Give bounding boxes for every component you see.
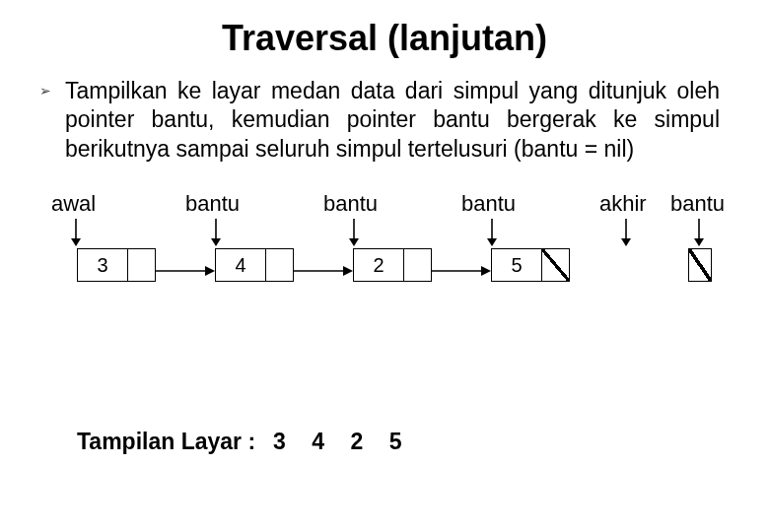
svg-marker-15 [343, 266, 353, 276]
nil-box [688, 248, 712, 282]
node-2: 4 [215, 248, 294, 282]
node-value: 3 [77, 248, 128, 282]
svg-marker-1 [71, 238, 81, 246]
output-value: 2 [350, 429, 365, 454]
arrow-right-icon [156, 264, 215, 278]
node-value: 5 [491, 248, 542, 282]
output-value: 5 [389, 429, 404, 454]
svg-marker-9 [621, 238, 631, 246]
node-next-nil [542, 248, 570, 282]
arrow-down-icon [347, 219, 361, 246]
svg-marker-5 [349, 238, 359, 246]
node-3: 2 [353, 248, 432, 282]
pointer-label-awal: awal [51, 191, 96, 217]
output-label: Tampilan Layar : [77, 429, 255, 455]
svg-marker-11 [694, 238, 704, 246]
output-value: 4 [312, 429, 326, 454]
node-value: 4 [215, 248, 266, 282]
arrow-down-icon [485, 219, 499, 246]
arrow-down-icon [209, 219, 223, 246]
pointer-label-bantu-3: bantu [461, 191, 516, 217]
output-value: 3 [273, 429, 288, 454]
bullet-item: ➢ Tampilkan ke layar medan data dari sim… [0, 59, 769, 164]
node-next-pointer [128, 248, 156, 282]
arrow-down-icon [692, 219, 706, 246]
slide-title: Traversal (lanjutan) [0, 0, 769, 59]
bullet-text: Tampilkan ke layar medan data dari simpu… [65, 77, 720, 164]
chevron-right-icon: ➢ [39, 83, 51, 99]
svg-marker-13 [205, 266, 215, 276]
svg-marker-3 [211, 238, 221, 246]
arrow-right-icon [294, 264, 353, 278]
node-4: 5 [491, 248, 570, 282]
output-row: Tampilan Layar : 3 4 2 5 [77, 429, 419, 455]
arrow-down-icon [619, 219, 633, 246]
pointer-label-akhir: akhir [599, 191, 647, 217]
pointer-label-bantu-1: bantu [185, 191, 240, 217]
node-value: 2 [353, 248, 404, 282]
node-next-pointer [266, 248, 294, 282]
arrow-right-icon [432, 264, 491, 278]
svg-marker-7 [487, 238, 497, 246]
pointer-label-bantu-2: bantu [323, 191, 378, 217]
node-1: 3 [77, 248, 156, 282]
output-values: 3 4 2 5 [273, 429, 419, 455]
node-next-pointer [404, 248, 432, 282]
pointer-label-bantu-4: bantu [670, 191, 725, 217]
svg-marker-17 [481, 266, 491, 276]
linked-list-diagram: awal bantu bantu bantu akhir bantu 3 4 2… [0, 191, 769, 329]
arrow-down-icon [69, 219, 83, 246]
